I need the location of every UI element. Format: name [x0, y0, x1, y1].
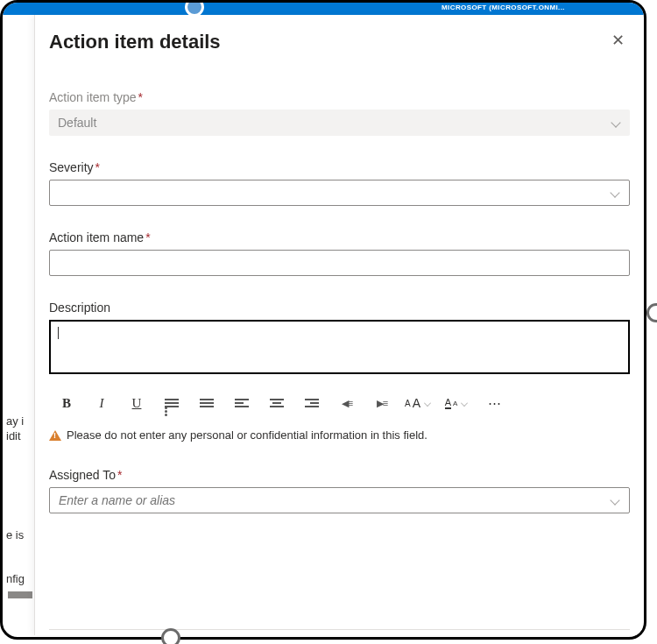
top-banner: MICROSOFT (MICROSOFT.ONMI... [3, 3, 644, 15]
action-item-details-panel: Action item details ✕ Action item type* … [34, 15, 642, 635]
font-color-icon: A [445, 397, 451, 409]
field-action-item-name: Action item name* [49, 230, 630, 276]
required-asterisk: * [138, 90, 143, 104]
increase-indent-button[interactable]: ▶≡ [364, 390, 399, 416]
numbered-list-button[interactable] [189, 390, 224, 416]
type-select-disabled: Default [49, 110, 630, 136]
bullet-list-icon [165, 397, 179, 409]
font-color-button[interactable]: AA [438, 390, 477, 416]
bg-text-fragment: nfig [6, 572, 25, 585]
font-size-icon-large: A [413, 396, 420, 410]
chevron-down-icon [610, 495, 620, 506]
screenshot-frame: MICROSOFT (MICROSOFT.ONMI... ay i idit e… [0, 0, 646, 640]
chevron-down-icon [610, 188, 620, 198]
banner-text: MICROSOFT (MICROSOFT.ONMI... [442, 4, 565, 11]
warning-icon [49, 430, 61, 441]
close-button[interactable]: ✕ [606, 31, 630, 50]
chevron-down-icon [424, 400, 431, 407]
close-icon: ✕ [611, 32, 625, 49]
field-description: Description B I U [49, 301, 630, 442]
bg-grey-bar [8, 591, 32, 598]
align-left-button[interactable] [224, 390, 259, 416]
text-cursor [58, 327, 59, 339]
description-textarea[interactable] [49, 320, 630, 374]
decrease-indent-icon: ◀≡ [342, 398, 352, 409]
bg-text-fragment: idit [6, 429, 21, 442]
panel-title: Action item details [49, 31, 221, 53]
decrease-indent-button[interactable]: ◀≡ [329, 390, 364, 416]
field-label-assigned-to: Assigned To* [49, 468, 630, 482]
underline-button[interactable]: U [119, 390, 154, 416]
description-warning: Please do not enter any personal or conf… [49, 428, 630, 442]
bold-button[interactable]: B [49, 390, 84, 416]
font-size-icon-small: A [405, 399, 411, 408]
field-label-name: Action item name* [49, 230, 630, 244]
severity-select[interactable] [49, 180, 630, 206]
rich-text-toolbar: B I U ◀≡ [49, 390, 630, 416]
field-severity: Severity* [49, 160, 630, 206]
field-action-item-type: Action item type* Default [49, 90, 630, 136]
assigned-to-combobox[interactable] [49, 487, 630, 513]
bullet-list-button[interactable] [154, 390, 189, 416]
panel-footer-divider [49, 629, 630, 630]
bg-text-fragment: ay i [6, 414, 24, 428]
required-asterisk: * [117, 468, 122, 482]
field-label-description: Description [49, 301, 630, 315]
italic-button[interactable]: I [84, 390, 119, 416]
field-label-type: Action item type* [49, 90, 630, 104]
increase-indent-icon: ▶≡ [377, 398, 387, 409]
font-size-button[interactable]: AA [399, 390, 438, 416]
align-right-button[interactable] [294, 390, 329, 416]
type-selected-value: Default [58, 116, 96, 130]
align-right-icon [305, 397, 319, 409]
chevron-down-icon [611, 117, 621, 128]
panel-header: Action item details ✕ [49, 31, 630, 53]
chevron-down-icon [461, 400, 468, 407]
assigned-to-input[interactable] [59, 493, 564, 507]
name-input[interactable] [49, 250, 630, 276]
more-options-button[interactable]: ⋯ [477, 390, 512, 416]
bg-text-fragment: e is [6, 528, 24, 541]
required-asterisk: * [145, 230, 150, 244]
align-center-button[interactable] [259, 390, 294, 416]
frame-handle-right [646, 303, 657, 322]
frame-handle-bottom [161, 628, 180, 644]
required-asterisk: * [95, 160, 100, 174]
field-assigned-to: Assigned To* [49, 468, 630, 513]
align-left-icon [235, 397, 249, 409]
field-label-severity: Severity* [49, 160, 630, 174]
warning-text: Please do not enter any personal or conf… [67, 428, 427, 442]
numbered-list-icon [200, 397, 214, 409]
align-center-icon [270, 397, 284, 409]
